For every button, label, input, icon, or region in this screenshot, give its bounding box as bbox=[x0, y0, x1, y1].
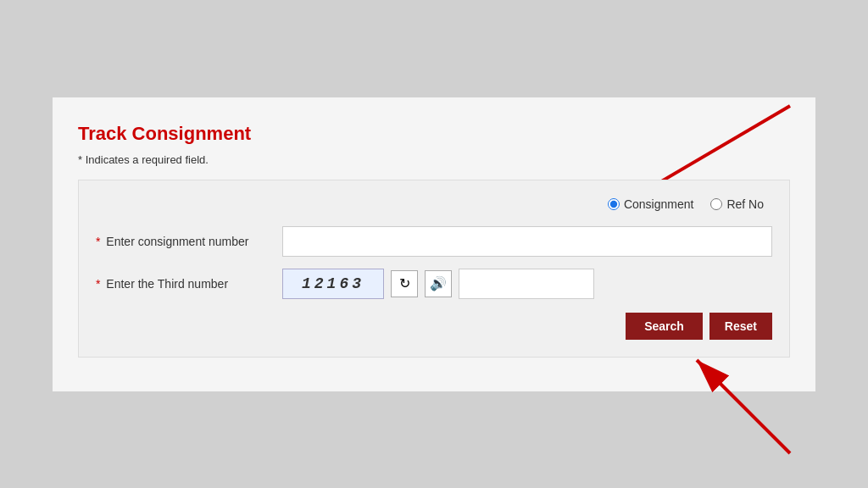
search-button[interactable]: Search bbox=[626, 313, 703, 340]
radio-group: Consignment Ref No bbox=[96, 197, 772, 211]
captcha-input[interactable] bbox=[459, 269, 594, 299]
required-note: * Indicates a required field. bbox=[78, 153, 790, 166]
radio-consignment[interactable]: Consignment bbox=[608, 197, 694, 211]
radio-refno-label: Ref No bbox=[726, 197, 764, 211]
svg-line-3 bbox=[697, 360, 790, 453]
audio-captcha-button[interactable]: 🔊 bbox=[425, 270, 452, 297]
captcha-row: 12163 ↻ 🔊 bbox=[282, 269, 594, 299]
page-title: Track Consignment bbox=[78, 123, 790, 145]
refresh-captcha-button[interactable]: ↻ bbox=[391, 270, 418, 297]
consignment-input[interactable] bbox=[282, 226, 772, 257]
third-number-row: * Enter the Third number 12163 ↻ 🔊 bbox=[96, 269, 772, 299]
radio-consignment-label: Consignment bbox=[624, 197, 694, 211]
reset-button[interactable]: Reset bbox=[709, 313, 772, 340]
required-star-2: * bbox=[96, 277, 100, 291]
consignment-label-text: Enter consignment number bbox=[106, 235, 248, 248]
radio-refno-input[interactable] bbox=[710, 198, 722, 210]
refresh-icon: ↻ bbox=[399, 275, 410, 291]
consignment-row: * Enter consignment number bbox=[96, 226, 772, 257]
consignment-label: * Enter consignment number bbox=[96, 235, 282, 248]
required-star-1: * bbox=[96, 235, 100, 248]
buttons-row: Search Reset bbox=[96, 313, 772, 340]
radio-refno[interactable]: Ref No bbox=[710, 197, 764, 211]
radio-consignment-input[interactable] bbox=[608, 198, 620, 210]
audio-icon: 🔊 bbox=[430, 275, 447, 291]
captcha-image: 12163 bbox=[282, 269, 384, 299]
third-number-label-text: Enter the Third number bbox=[106, 277, 228, 291]
third-number-label: * Enter the Third number bbox=[96, 277, 282, 291]
form-container: Consignment Ref No * Enter consignment n… bbox=[78, 180, 790, 358]
